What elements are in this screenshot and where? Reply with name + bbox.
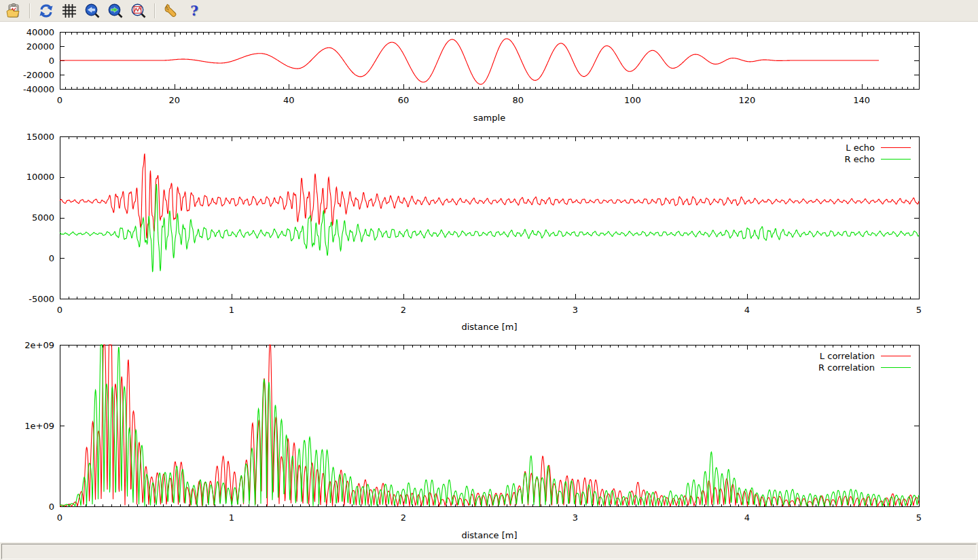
y-tick-label: 5000 <box>32 212 54 223</box>
plot-canvas[interactable]: 020406080100120140-40000-200000200004000… <box>0 22 978 542</box>
help-icon: ? <box>190 4 198 18</box>
toolbar: ? <box>0 0 978 22</box>
axes <box>60 136 920 299</box>
refresh-icon <box>38 3 54 19</box>
legend-label: R correlation <box>818 362 875 373</box>
y-tick-label: -20000 <box>23 70 54 80</box>
toolbar-separator <box>29 3 31 18</box>
zoom-next-icon <box>107 3 124 19</box>
x-tick-label: 80 <box>512 95 524 105</box>
x-tick-label: 2 <box>401 512 406 523</box>
plot-border <box>60 346 920 507</box>
x-tick-label: 5 <box>916 512 922 523</box>
x-tick-label: 60 <box>398 95 410 105</box>
x-tick-label: 120 <box>739 95 756 105</box>
copy-to-clipboard-button[interactable] <box>4 1 23 20</box>
x-tick-label: 2 <box>401 305 406 315</box>
chart-2: 01234501e+092e+09distance [m]L correlati… <box>24 340 922 541</box>
series-l-correlation <box>60 345 919 506</box>
wrench-icon <box>163 3 179 19</box>
y-tick-label: 0 <box>49 502 54 512</box>
zoom-next-button[interactable] <box>106 1 125 20</box>
x-tick-label: 40 <box>283 95 295 105</box>
status-field <box>1 544 977 559</box>
toolbar-separator <box>154 3 156 18</box>
grid-icon <box>61 3 77 19</box>
x-axis-label: distance [m] <box>461 530 517 540</box>
plots-svg: 020406080100120140-40000-200000200004000… <box>0 22 978 542</box>
y-tick-label: 40000 <box>26 27 54 37</box>
y-tick-label: -40000 <box>23 84 54 94</box>
x-tick-label: 1 <box>229 305 234 315</box>
configure-button[interactable] <box>162 1 181 20</box>
y-tick-label: 2e+09 <box>24 340 54 350</box>
y-tick-label: 0 <box>49 253 54 263</box>
x-tick-label: 100 <box>624 95 641 105</box>
x-tick-label: 20 <box>168 95 180 105</box>
series-l-echo <box>60 153 919 238</box>
status-bar <box>0 542 978 560</box>
replot-button[interactable] <box>37 1 56 20</box>
clipboard-icon <box>5 3 22 19</box>
y-tick-label: 10000 <box>26 172 54 182</box>
x-axis-label: distance [m] <box>461 322 517 332</box>
series-pulse <box>60 39 879 84</box>
x-tick-label: 3 <box>573 305 578 315</box>
y-tick-label: 0 <box>49 56 54 66</box>
series-r-echo <box>60 184 919 272</box>
x-axis-label: sample <box>473 113 505 123</box>
legend-label: L echo <box>846 143 875 153</box>
legend-label: R echo <box>844 154 875 164</box>
chart-1: 012345-5000050001000015000distance [m]L … <box>26 132 922 333</box>
x-tick-label: 140 <box>853 95 870 105</box>
x-tick-label: 0 <box>57 305 62 315</box>
y-tick-label: 1e+09 <box>24 421 54 431</box>
autoscale-button[interactable] <box>129 1 148 20</box>
y-tick-label: 15000 <box>26 132 54 142</box>
grid-button[interactable] <box>60 1 79 20</box>
axes <box>60 345 920 507</box>
zoom-previous-icon <box>84 3 101 19</box>
series-r-correlation <box>60 345 919 506</box>
x-tick-label: 0 <box>57 512 62 523</box>
x-tick-label: 1 <box>229 512 234 523</box>
x-tick-label: 3 <box>573 512 578 523</box>
gnuplot-window: ? 020406080100120140-40000-2000002000040… <box>0 0 978 560</box>
x-tick-label: 4 <box>744 512 750 523</box>
plot-border <box>60 137 920 299</box>
x-tick-label: 5 <box>916 305 922 315</box>
help-button[interactable]: ? <box>185 1 204 20</box>
y-tick-label: -5000 <box>29 294 54 304</box>
autoscale-icon <box>130 3 147 19</box>
x-tick-label: 4 <box>744 305 750 315</box>
chart-0: 020406080100120140-40000-200000200004000… <box>23 27 920 124</box>
legend-label: L correlation <box>820 351 875 361</box>
y-tick-label: 20000 <box>26 41 54 52</box>
x-tick-label: 0 <box>57 95 62 105</box>
zoom-previous-button[interactable] <box>83 1 102 20</box>
